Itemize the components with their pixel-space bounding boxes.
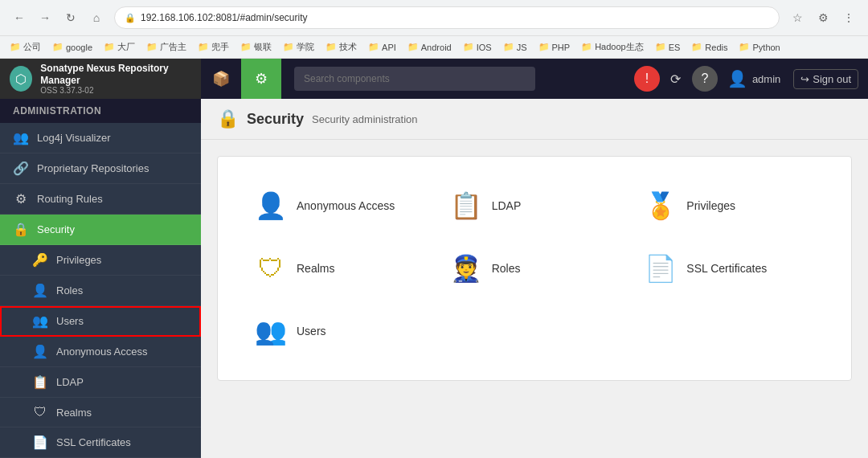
ssl-grid-icon: 📄: [645, 253, 677, 284]
sidebar-item-routing[interactable]: ⚙ Routing Rules: [0, 184, 201, 215]
alert-icon[interactable]: !: [634, 66, 660, 92]
bookmark-es[interactable]: 📁 ES: [652, 40, 684, 54]
ssl-label: SSL Certificates: [686, 262, 767, 275]
bookmark-redis[interactable]: 📁 Redis: [688, 40, 731, 54]
sidebar-item-ldap[interactable]: 📋 LDAP: [0, 367, 201, 398]
header-search: [294, 67, 621, 91]
search-input[interactable]: [294, 67, 535, 91]
ldap-grid-icon: 📋: [450, 190, 482, 221]
sidebar-item-log4j-label: Log4j Visualizer: [37, 132, 111, 144]
security-icon: 🔒: [13, 222, 29, 237]
roles-grid-icon: 👮: [450, 253, 482, 284]
bookmark-jishu[interactable]: 📁 技术: [322, 39, 360, 55]
nav-browse-button[interactable]: 📦: [201, 59, 241, 99]
grid-item-realms[interactable]: 🛡 Realms: [242, 243, 437, 293]
sidebar-item-ssl[interactable]: 📄 SSL Certificates: [0, 427, 201, 458]
sidebar-item-log4j[interactable]: 👥 Log4j Visualizer: [0, 123, 201, 153]
sidebar-item-realms-label: Realms: [56, 407, 92, 419]
security-card: 👤 Anonymous Access 📋 LDAP 🏅 Privileges 🛡…: [217, 156, 852, 381]
sidebar-item-proprietary[interactable]: 🔗 Proprietary Repositories: [0, 153, 201, 184]
bookmark-dachang[interactable]: 📁 大厂: [100, 39, 138, 55]
bookmark-button[interactable]: ☆: [786, 6, 809, 29]
ssl-icon: 📄: [32, 435, 48, 450]
sidebar-item-roles[interactable]: 👤 Roles: [0, 276, 201, 306]
security-grid: 👤 Anonymous Access 📋 LDAP 🏅 Privileges 🛡…: [242, 181, 827, 356]
forward-button[interactable]: →: [34, 6, 56, 29]
sidebar-item-ssl-label: SSL Certificates: [56, 436, 131, 448]
back-button[interactable]: ←: [8, 6, 31, 29]
users-grid-icon: 👥: [255, 316, 287, 346]
anonymous-access-icon: 👤: [255, 190, 287, 221]
logo-icon: ⬡: [10, 66, 32, 92]
bookmark-gongsi[interactable]: 📁 公司: [6, 39, 44, 55]
bookmark-php[interactable]: 📁 PHP: [535, 40, 574, 54]
more-button[interactable]: ⋮: [837, 6, 860, 29]
sign-out-label: Sign out: [813, 73, 851, 85]
app-logo: ⬡ Sonatype Nexus Repository Manager OSS …: [0, 59, 201, 99]
bookmark-google[interactable]: 📁 google: [49, 40, 96, 54]
bookmark-android[interactable]: 📁 Android: [404, 40, 455, 54]
sidebar-item-routing-label: Routing Rules: [37, 193, 103, 205]
admin-user[interactable]: 👤 admin: [721, 66, 787, 92]
page-subtitle: Security administration: [312, 113, 418, 125]
bookmark-doushou[interactable]: 📁 兜手: [194, 39, 232, 55]
sidebar-item-users[interactable]: 👥 Users: [0, 306, 201, 337]
realms-grid-icon: 🛡: [255, 254, 287, 284]
bookmark-ios[interactable]: 📁 IOS: [460, 40, 495, 54]
sign-out-button[interactable]: ↪ Sign out: [793, 69, 858, 89]
address-text: 192.168.106.102:8081/#admin/security: [141, 12, 308, 23]
anonymous-access-label: Anonymous Access: [297, 199, 395, 212]
app-version: OSS 3.37.3-02: [40, 86, 191, 95]
bookmark-python[interactable]: 📁 Python: [735, 40, 783, 54]
content-body: 👤 Anonymous Access 📋 LDAP 🏅 Privileges 🛡…: [201, 140, 868, 397]
ldap-label: LDAP: [492, 199, 522, 212]
grid-item-privileges[interactable]: 🏅 Privileges: [632, 181, 827, 231]
sidebar-item-proprietary-label: Proprietary Repositories: [37, 162, 149, 174]
bookmark-xueyuan[interactable]: 📁 学院: [280, 39, 317, 55]
browser-actions: ☆ ⚙ ⋮: [786, 6, 860, 29]
page-title: Security: [247, 111, 304, 128]
users-icon: 👥: [32, 313, 48, 329]
sidebar-item-privileges[interactable]: 🔑 Privileges: [0, 245, 201, 276]
extensions-button[interactable]: ⚙: [812, 6, 834, 29]
roles-label: Roles: [492, 262, 521, 275]
nav-admin-button[interactable]: ⚙: [241, 59, 281, 99]
grid-item-anonymous[interactable]: 👤 Anonymous Access: [242, 181, 437, 231]
roles-icon: 👤: [32, 283, 48, 298]
header-right: ! ⟳ ? 👤 admin ↪ Sign out: [634, 66, 868, 92]
grid-item-ldap[interactable]: 📋 LDAP: [437, 181, 633, 231]
lock-icon: 🔒: [125, 13, 136, 23]
sidebar-item-security[interactable]: 🔒 Security: [0, 215, 201, 245]
header-nav: 📦 ⚙: [201, 59, 281, 99]
user-icon: 👤: [727, 69, 747, 88]
grid-item-roles[interactable]: 👮 Roles: [437, 243, 633, 293]
address-bar[interactable]: 🔒 192.168.106.102:8081/#admin/security: [114, 6, 780, 29]
admin-label: admin: [752, 73, 780, 85]
refresh-icon[interactable]: ⟳: [663, 66, 689, 92]
bookmark-api[interactable]: 📁 API: [365, 40, 399, 54]
bookmark-guanggao[interactable]: 📁 广告主: [143, 39, 190, 55]
privileges-label: Privileges: [686, 199, 735, 212]
ldap-icon: 📋: [32, 374, 48, 390]
sidebar-item-anonymous[interactable]: 👤 Anonymous Access: [0, 337, 201, 367]
bookmark-hadoop[interactable]: 📁 Hadoop生态: [578, 39, 647, 55]
sidebar-item-privileges-label: Privileges: [56, 254, 101, 266]
sidebar-item-realms[interactable]: 🛡 Realms: [0, 398, 201, 427]
sidebar: Administration 👥 Log4j Visualizer 🔗 Prop…: [0, 99, 201, 458]
home-button[interactable]: ⌂: [85, 6, 108, 29]
grid-item-users[interactable]: 👥 Users: [242, 306, 437, 356]
privileges-icon: 🔑: [32, 252, 48, 268]
sidebar-item-users-label: Users: [56, 315, 84, 327]
help-icon[interactable]: ?: [692, 66, 718, 92]
sidebar-item-roles-label: Roles: [56, 284, 83, 296]
bookmarks-bar: 📁 公司 📁 google 📁 大厂 📁 广告主 📁 兜手 📁 银联 📁 学院 …: [0, 36, 868, 59]
bookmark-js[interactable]: 📁 JS: [500, 40, 530, 54]
grid-item-ssl[interactable]: 📄 SSL Certificates: [632, 243, 827, 293]
refresh-button[interactable]: ↻: [59, 6, 82, 29]
page-icon: 🔒: [217, 108, 239, 129]
users-label: Users: [297, 325, 326, 337]
logo-text: Sonatype Nexus Repository Manager OSS 3.…: [40, 63, 191, 95]
app-title: Sonatype Nexus Repository Manager: [40, 63, 191, 86]
main-layout: Administration 👥 Log4j Visualizer 🔗 Prop…: [0, 99, 868, 458]
bookmark-yinlian[interactable]: 📁 银联: [237, 39, 275, 55]
